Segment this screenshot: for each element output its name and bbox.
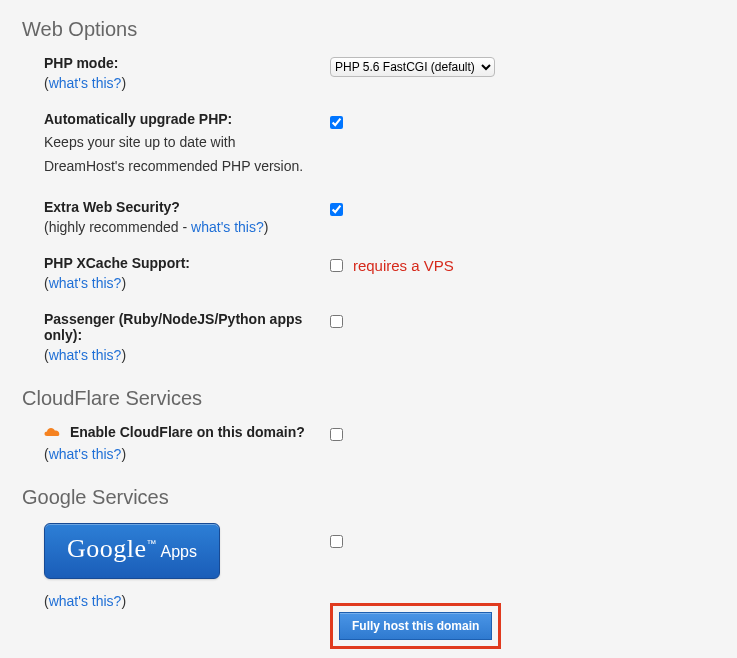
xcache-whats-this-link[interactable]: what's this? (49, 275, 122, 291)
php-mode-hint: (what's this?) (44, 75, 310, 91)
submit-highlight-box: Fully host this domain (330, 603, 501, 649)
auto-upgrade-label: Automatically upgrade PHP: (44, 111, 232, 127)
row-passenger: Passenger (Ruby/NodeJS/Python apps only)… (0, 305, 737, 369)
passenger-whats-this-link[interactable]: what's this? (49, 347, 122, 363)
extra-security-label: Extra Web Security? (44, 199, 180, 215)
auto-upgrade-desc: Keeps your site up to date with DreamHos… (44, 131, 310, 179)
cloudflare-checkbox[interactable] (330, 428, 343, 441)
passenger-checkbox[interactable] (330, 315, 343, 328)
cloudflare-whats-this-link[interactable]: what's this? (49, 446, 122, 462)
google-apps-whats-this-link[interactable]: what's this? (49, 593, 122, 609)
xcache-checkbox[interactable] (330, 259, 343, 272)
cloudflare-icon (44, 426, 62, 442)
php-mode-select[interactable]: PHP 5.6 FastCGI (default) (330, 57, 495, 77)
row-extra-web-security: Extra Web Security? (highly recommended … (0, 193, 737, 241)
fully-host-domain-button[interactable]: Fully host this domain (339, 612, 492, 640)
row-google-apps: Google™Apps (what's this?) Fully host th… (0, 517, 737, 655)
row-php-xcache: PHP XCache Support: (what's this?) requi… (0, 249, 737, 297)
section-title-web-options: Web Options (22, 18, 737, 41)
google-apps-hint: (what's this?) (44, 593, 310, 609)
xcache-requires-vps-note: requires a VPS (353, 257, 454, 274)
xcache-label: PHP XCache Support: (44, 255, 190, 271)
extra-security-checkbox[interactable] (330, 203, 343, 216)
extra-security-whats-this-link[interactable]: what's this? (191, 219, 264, 235)
php-mode-label: PHP mode: (44, 55, 118, 71)
section-title-cloudflare: CloudFlare Services (22, 387, 737, 410)
google-apps-checkbox[interactable] (330, 535, 343, 548)
passenger-hint: (what's this?) (44, 347, 310, 363)
passenger-label: Passenger (Ruby/NodeJS/Python apps only)… (44, 311, 302, 343)
cloudflare-hint: (what's this?) (44, 446, 310, 462)
section-title-google: Google Services (22, 486, 737, 509)
google-apps-badge: Google™Apps (44, 523, 220, 579)
extra-security-hint: (highly recommended - what's this?) (44, 219, 310, 235)
row-php-mode: PHP mode: (what's this?) PHP 5.6 FastCGI… (0, 49, 737, 97)
cloudflare-enable-label: Enable CloudFlare on this domain? (70, 424, 305, 440)
xcache-hint: (what's this?) (44, 275, 310, 291)
php-mode-whats-this-link[interactable]: what's this? (49, 75, 122, 91)
auto-upgrade-checkbox[interactable] (330, 116, 343, 129)
row-cloudflare-enable: Enable CloudFlare on this domain? (what'… (0, 418, 737, 468)
row-auto-upgrade-php: Automatically upgrade PHP: Keeps your si… (0, 105, 737, 185)
